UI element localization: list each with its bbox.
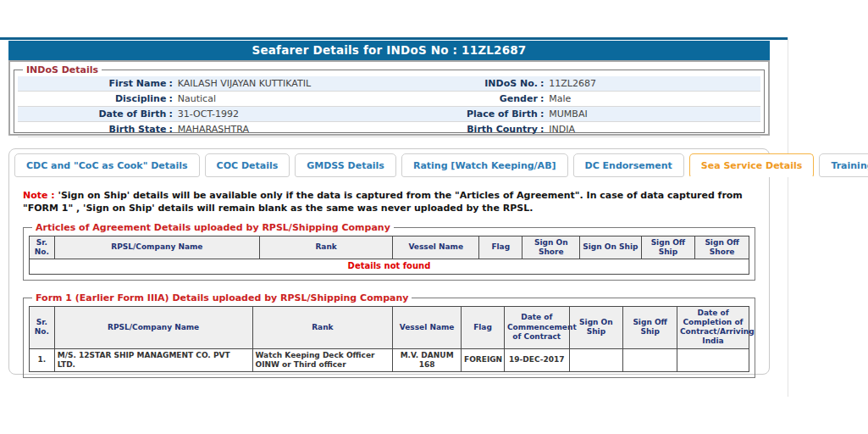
column-header: Sign On Ship [569,306,623,348]
note-text: Note : 'Sign on Ship' details will be av… [23,190,757,215]
tab-panel: CDC and "CoC as Cook" DetailsCOC Details… [8,148,770,375]
field-label: Birth Country [390,124,538,135]
column-header: RPSL/Company Name [54,306,252,348]
top-divider-rule [0,37,788,40]
table-cell: 19-DEC-2017 [505,348,570,372]
detail-pair-right: Gender:Male [390,93,761,104]
column-header: Flag [462,306,505,348]
column-header: Rank [260,236,393,259]
column-header: Sign Off Shore [695,236,749,259]
table-header-row: Sr. No.RPSL/Company NameRankVessel NameF… [30,236,749,259]
column-header: RPSL/Company Name [54,236,259,259]
table-row: 1.M/S. 12STAR SHIP MANAGMENT CO. PVT LTD… [30,348,749,372]
indos-detail-row: Discipline:NauticalGender:Male [18,92,760,107]
tab-strip: CDC and "CoC as Cook" DetailsCOC Details… [9,149,769,177]
detail-pair-right: Birth Country:INDIA [390,124,761,135]
column-header: Sr. No. [30,236,55,259]
table-cell: 1. [30,348,55,372]
field-value: INDIA [545,124,575,135]
table-header-row: Sr. No.RPSL/Company NameRankVessel NameF… [30,306,749,348]
field-colon: : [166,108,174,120]
field-label: Date of Birth [18,108,166,120]
field-label: Place of Birth [390,108,538,120]
field-value: Male [545,93,571,104]
field-label: Birth State [18,124,166,135]
table-cell [623,348,677,372]
detail-pair-left: Discipline:Nautical [18,93,390,104]
table-cell: M/S. 12STAR SHIP MANAGMENT CO. PVT LTD. [54,348,252,372]
field-label: First Name [18,78,166,89]
field-colon: : [538,78,545,89]
articles-of-agreement-fieldset: Articles of Agreement Details uploaded b… [23,222,755,281]
tab-training-details[interactable]: Training Details [819,153,868,177]
detail-pair-left: Date of Birth:31-OCT-1992 [18,108,390,120]
form1-details-legend: Form 1 (Earlier Form IIIA) Details uploa… [32,292,412,303]
detail-pair-left: Birth State:MAHARASHTRA [18,124,390,135]
field-colon: : [166,93,174,104]
field-colon: : [538,93,545,104]
indos-details-fieldset: INDoS Details First Name:KAILASH VIJAYAN… [14,64,765,133]
field-value: KAILASH VIJAYAN KUTTIKATIL [174,78,311,89]
column-header: Sr. No. [30,306,55,348]
column-header: Sign On Shore [522,236,580,259]
table-cell: M.V. DANUM 168 [393,348,462,372]
note-body: 'Sign on Ship' details will be available… [23,190,743,214]
indos-detail-row: Date of Birth:31-OCT-1992Place of Birth:… [18,107,760,122]
column-header: Date of Completion of Contract/Arriving … [677,306,749,348]
field-value: 31-OCT-1992 [174,108,239,120]
articles-of-agreement-table: Sr. No.RPSL/Company NameRankVessel NameF… [29,236,749,275]
detail-pair-right: Place of Birth:MUMBAI [390,108,761,120]
indos-detail-row: Birth State:MAHARASHTRABirth Country:IND… [18,122,760,137]
field-value: MUMBAI [545,108,587,120]
table-cell [569,348,623,372]
seafarer-details-page: Seafarer Details for INDoS No : 11ZL2687… [8,41,770,375]
tab-gmdss-details[interactable]: GMDSS Details [295,153,396,177]
table-cell: Watch Keeping Deck Officer OINW or Third… [252,348,393,372]
detail-pair-left: First Name:KAILASH VIJAYAN KUTTIKATIL [18,78,390,89]
indos-details-legend: INDoS Details [23,64,102,75]
detail-pair-right: INDoS No.:11ZL2687 [390,78,761,89]
articles-of-agreement-legend: Articles of Agreement Details uploaded b… [32,222,394,233]
field-value: 11ZL2687 [545,78,596,89]
field-value: MAHARASHTRA [174,124,249,135]
column-header: Vessel Name [393,306,462,348]
form1-details-fieldset: Form 1 (Earlier Form IIIA) Details uploa… [23,292,755,379]
column-header: Sign Off Ship [641,236,695,259]
empty-table-row: Details not found [30,259,749,275]
tab-sea-service-details[interactable]: Sea Service Details [689,153,815,177]
field-colon: : [166,78,174,89]
column-header: Rank [252,306,393,348]
note-prefix: Note : [23,190,55,201]
indos-detail-row: First Name:KAILASH VIJAYAN KUTTIKATILIND… [18,76,760,92]
field-label: INDoS No. [390,78,538,89]
indos-rows: First Name:KAILASH VIJAYAN KUTTIKATILIND… [18,76,760,137]
field-colon: : [166,124,174,135]
column-header: Sign On Ship [580,236,641,259]
form1-details-table: Sr. No.RPSL/Company NameRankVessel NameF… [29,306,749,373]
column-header: Sign Off Ship [623,306,677,348]
column-header: Date of Commencement of Contract [505,306,570,348]
details-not-found-message: Details not found [30,259,749,275]
indos-details-box: INDoS Details First Name:KAILASH VIJAYAN… [8,60,770,136]
field-colon: : [538,124,545,135]
tab-dc-endorsement[interactable]: DC Endorsement [573,153,684,177]
table-cell: FOREIGN [462,348,505,372]
field-colon: : [538,108,545,120]
column-header: Vessel Name [393,236,479,259]
column-header: Flag [479,236,522,259]
tab-rating-watch-keeping-ab[interactable]: Rating [Watch Keeping/AB] [401,153,568,177]
page-title: Seafarer Details for INDoS No : 11ZL2687 [8,41,770,60]
field-label: Gender [390,93,538,104]
tab-coc-details[interactable]: COC Details [205,153,290,177]
field-label: Discipline [18,93,166,104]
right-divider-rule [788,37,788,397]
table-cell [677,348,749,372]
tab-cdc-coc-as-cook-details[interactable]: CDC and "CoC as Cook" Details [14,153,200,177]
field-value: Nautical [174,93,216,104]
